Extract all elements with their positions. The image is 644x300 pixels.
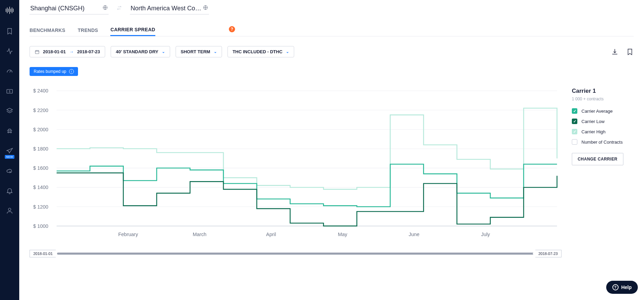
origin-value: Shanghai (CNSGH) [30,5,85,12]
destination-input[interactable]: North America West Co… [130,3,209,14]
thc-filter[interactable]: THC INCLUDED - DTHC ⌄ [227,46,294,57]
svg-line-7 [10,70,11,73]
svg-text:$ 1800: $ 1800 [33,146,48,152]
date-range-slider[interactable]: 2018-01-01 2018-07-23 [30,250,562,257]
range-handle-from[interactable]: 2018-01-01 [30,250,58,257]
date-range-filter[interactable]: 2018-01-01 → 2018-07-23 [30,46,105,57]
tab-benchmarks[interactable]: BENCHMARKS [30,25,65,36]
term-filter[interactable]: SHORT TERM ⌄ [176,46,222,57]
tab-carrier-spread[interactable]: CARRIER SPREAD [110,24,155,36]
tab-trends[interactable]: TRENDS [78,25,98,36]
tabs: BENCHMARKS TRENDS CARRIER SPREAD ? [30,24,634,36]
legend-item[interactable]: Carrier High [572,129,634,134]
legend: Carrier 1 1 000 + contracts Carrier Aver… [562,86,634,257]
carrier-spread-chart: $ 1000$ 1200$ 1400$ 1600$ 1800$ 2000$ 22… [30,86,562,240]
svg-text:$ 2000: $ 2000 [33,127,48,132]
change-carrier-button[interactable]: CHANGE CARRIER [572,153,623,165]
legend-label: Number of Contracts [581,140,623,145]
globe-icon [102,5,108,12]
rates-notice[interactable]: Rates bumped up i [30,67,78,76]
checkbox[interactable] [572,129,577,134]
question-icon: ? [612,284,619,290]
route-selector: Shanghai (CNSGH) North America West Co… [30,0,634,14]
legend-item[interactable]: Carrier Low [572,119,634,124]
chevron-down-icon: ⌄ [162,49,165,54]
range-track[interactable] [57,253,534,255]
layers-nav-icon[interactable] [6,107,13,115]
filters: 2018-01-01 → 2018-07-23 40' STANDARD DRY… [30,46,634,57]
chevron-down-icon: ⌄ [214,49,217,54]
bell-nav-icon[interactable] [6,187,13,195]
bookmark-icon[interactable] [626,48,634,56]
svg-text:July: July [481,232,490,237]
help-button[interactable]: ? Help [606,281,638,294]
svg-rect-16 [35,50,39,53]
legend-subtitle: 1 000 + contracts [572,97,634,101]
svg-point-11 [10,132,12,133]
sidebar: $ NEW [0,0,19,300]
help-icon[interactable]: ? [229,26,235,32]
destination-value: North America West Co… [131,5,201,12]
svg-text:February: February [118,232,138,237]
cloud-nav-icon[interactable] [6,167,13,175]
svg-text:$ 1600: $ 1600 [33,165,48,171]
swap-icon[interactable] [116,5,122,14]
checkbox[interactable] [572,139,577,145]
checkbox[interactable] [572,108,577,114]
origin-input[interactable]: Shanghai (CNSGH) [30,3,109,14]
new-badge: NEW [5,155,14,159]
incognito-nav-icon[interactable] [6,127,13,135]
legend-item[interactable]: Carrier Average [572,108,634,114]
gauge-nav-icon[interactable] [6,67,13,75]
svg-text:$ 2200: $ 2200 [33,108,48,113]
legend-label: Carrier High [581,129,606,134]
legend-label: Carrier Average [581,109,613,114]
svg-text:$ 1200: $ 1200 [33,204,48,210]
container-filter[interactable]: 40' STANDARD DRY ⌄ [111,46,170,57]
globe-icon [203,5,208,12]
svg-text:June: June [409,232,419,237]
plane-nav-icon[interactable]: NEW [6,147,13,155]
svg-text:$ 1400: $ 1400 [33,185,48,190]
legend-title: Carrier 1 [572,88,634,95]
svg-text:$ 1000: $ 1000 [33,223,48,229]
svg-text:May: May [338,232,347,237]
svg-text:$ 2400: $ 2400 [33,88,48,93]
svg-text:March: March [193,232,207,237]
arrow-right-icon: → [69,49,74,54]
checkbox[interactable] [572,119,577,124]
legend-label: Carrier Low [581,119,604,124]
activity-nav-icon[interactable] [6,47,13,55]
svg-point-13 [8,208,11,211]
chevron-down-icon: ⌄ [286,49,289,54]
date-to: 2018-07-23 [77,49,100,54]
range-handle-to[interactable]: 2018-07-23 [533,250,562,257]
money-nav-icon[interactable]: $ [6,87,13,95]
user-nav-icon[interactable] [6,207,13,214]
svg-point-10 [8,132,9,133]
svg-text:$: $ [9,90,11,93]
calendar-icon [35,49,40,54]
legend-item[interactable]: Number of Contracts [572,139,634,145]
bookmark-nav-icon[interactable] [6,27,13,35]
info-icon: i [69,69,74,74]
svg-text:April: April [266,232,276,237]
date-from: 2018-01-01 [43,49,66,54]
download-icon[interactable] [611,48,619,56]
logo [5,5,14,15]
